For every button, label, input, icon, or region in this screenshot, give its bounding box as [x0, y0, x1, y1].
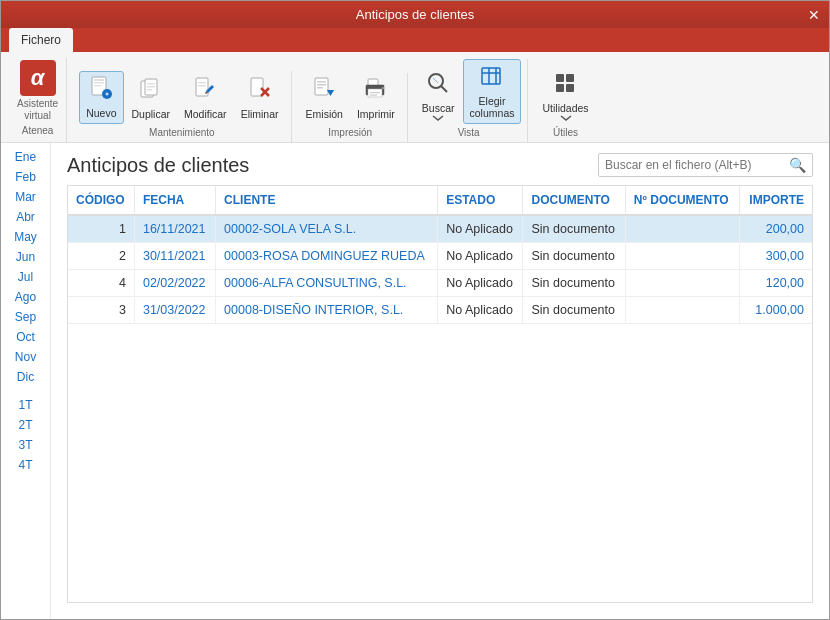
utiles-buttons: Utilidades — [536, 67, 594, 124]
modificar-label: Modificar — [184, 108, 227, 121]
page-title: Anticipos de clientes — [67, 154, 249, 177]
modificar-icon — [192, 76, 218, 106]
sidebar-divider — [1, 387, 50, 395]
cell-codigo: 2 — [68, 243, 134, 270]
col-header-importe[interactable]: IMPORTE — [739, 186, 812, 215]
cell-codigo: 4 — [68, 270, 134, 297]
table-container: CÓDIGO FECHA CLIENTE ESTADO DOCUMENTO Nº… — [67, 185, 813, 603]
impresion-buttons: Emisión Imprimir — [300, 73, 401, 124]
utiles-label: Útiles — [553, 127, 578, 138]
cell-estado: No Aplicado — [438, 270, 523, 297]
sidebar-item-may[interactable]: May — [1, 227, 50, 247]
cell-documento: Sin documento — [523, 243, 625, 270]
sidebar-item-nov[interactable]: Nov — [1, 347, 50, 367]
emision-icon — [311, 76, 337, 106]
col-header-documento[interactable]: DOCUMENTO — [523, 186, 625, 215]
table-row[interactable]: 1 16/11/2021 00002-SOLA VELA S.L. No Apl… — [68, 215, 812, 243]
sidebar-item-abr[interactable]: Abr — [1, 207, 50, 227]
mantenimiento-group: Nuevo Duplicar — [73, 71, 291, 142]
table-header-row: CÓDIGO FECHA CLIENTE ESTADO DOCUMENTO Nº… — [68, 186, 812, 215]
cell-estado: No Aplicado — [438, 215, 523, 243]
col-header-fecha[interactable]: FECHA — [134, 186, 215, 215]
svg-rect-36 — [556, 84, 564, 92]
sidebar-item-jul[interactable]: Jul — [1, 267, 50, 287]
svg-rect-10 — [147, 86, 155, 88]
sidebar-item-mar[interactable]: Mar — [1, 187, 50, 207]
sidebar-item-ene[interactable]: Ene — [1, 147, 50, 167]
utilidades-button[interactable]: Utilidades — [536, 67, 594, 124]
svg-line-29 — [441, 86, 447, 92]
svg-rect-27 — [370, 95, 377, 96]
search-icon[interactable]: 🔍 — [789, 157, 806, 173]
buscar-icon — [425, 70, 451, 100]
cell-documento: Sin documento — [523, 215, 625, 243]
modificar-button[interactable]: Modificar — [178, 73, 233, 124]
imprimir-button[interactable]: Imprimir — [351, 73, 401, 124]
emision-button[interactable]: Emisión — [300, 73, 349, 124]
sidebar-item-1t[interactable]: 1T — [1, 395, 50, 415]
cell-nro-documento — [625, 215, 739, 243]
col-header-nro-documento[interactable]: Nº DOCUMENTO — [625, 186, 739, 215]
cell-importe: 200,00 — [739, 215, 812, 243]
col-header-codigo[interactable]: CÓDIGO — [68, 186, 134, 215]
eliminar-label: Eliminar — [241, 108, 279, 121]
atenea-group: α Asistentevirtual Atenea — [9, 58, 67, 142]
cell-nro-documento — [625, 297, 739, 324]
cell-documento: Sin documento — [523, 270, 625, 297]
ribbon: α Asistentevirtual Atenea — [1, 52, 829, 143]
svg-rect-19 — [317, 81, 326, 83]
search-input[interactable] — [605, 158, 785, 172]
impresion-label: Impresión — [328, 127, 372, 138]
utiles-group: Utilidades Útiles — [530, 67, 600, 142]
main-window: Anticipos de clientes ✕ Fichero α Asiste… — [0, 0, 830, 620]
cell-importe: 120,00 — [739, 270, 812, 297]
svg-rect-11 — [147, 89, 152, 91]
svg-rect-34 — [556, 74, 564, 82]
utilidades-label: Utilidades — [542, 102, 588, 115]
close-button[interactable]: ✕ — [799, 1, 829, 28]
eliminar-button[interactable]: Eliminar — [235, 73, 285, 124]
tab-fichero[interactable]: Fichero — [9, 28, 73, 52]
ribbon-tabs: Fichero — [1, 28, 829, 52]
sidebar-item-oct[interactable]: Oct — [1, 327, 50, 347]
duplicar-label: Duplicar — [132, 108, 171, 121]
atenea-icon[interactable]: α — [20, 60, 56, 96]
sidebar-item-ago[interactable]: Ago — [1, 287, 50, 307]
sidebar-item-4t[interactable]: 4T — [1, 455, 50, 475]
cell-cliente: 00008-DISEÑO INTERIOR, S.L. — [216, 297, 438, 324]
duplicar-button[interactable]: Duplicar — [126, 73, 177, 124]
mantenimiento-label: Mantenimiento — [149, 127, 215, 138]
sidebar-item-dic[interactable]: Dic — [1, 367, 50, 387]
col-header-cliente[interactable]: CLIENTE — [216, 186, 438, 215]
elegir-columnas-button[interactable]: Elegircolumnas — [463, 59, 522, 124]
sidebar-item-jun[interactable]: Jun — [1, 247, 50, 267]
window-title: Anticipos de clientes — [356, 7, 475, 22]
table-row[interactable]: 2 30/11/2021 00003-ROSA DOMINGUEZ RUEDA … — [68, 243, 812, 270]
col-header-estado[interactable]: ESTADO — [438, 186, 523, 215]
svg-rect-26 — [370, 92, 380, 93]
nuevo-button[interactable]: Nuevo — [79, 71, 123, 124]
cell-importe: 300,00 — [739, 243, 812, 270]
table-body: 1 16/11/2021 00002-SOLA VELA S.L. No Apl… — [68, 215, 812, 324]
svg-rect-3 — [94, 85, 101, 87]
vista-buttons: Buscar Elegircolumnas — [416, 59, 522, 124]
table-row[interactable]: 3 31/03/2022 00008-DISEÑO INTERIOR, S.L.… — [68, 297, 812, 324]
data-table: CÓDIGO FECHA CLIENTE ESTADO DOCUMENTO Nº… — [68, 186, 812, 324]
cell-nro-documento — [625, 243, 739, 270]
sidebar-item-feb[interactable]: Feb — [1, 167, 50, 187]
cell-cliente: 00002-SOLA VELA S.L. — [216, 215, 438, 243]
sidebar-item-sep[interactable]: Sep — [1, 307, 50, 327]
svg-rect-37 — [566, 84, 574, 92]
table-row[interactable]: 4 02/02/2022 00006-ALFA CONSULTING, S.L.… — [68, 270, 812, 297]
main-area: Ene Feb Mar Abr May Jun Jul Ago Sep Oct … — [1, 143, 829, 619]
cell-codigo: 1 — [68, 215, 134, 243]
sidebar-item-2t[interactable]: 2T — [1, 415, 50, 435]
content: Anticipos de clientes 🔍 CÓDIGO FECHA CLI… — [51, 143, 829, 619]
vista-group: Buscar Elegircolumnas — [410, 59, 529, 142]
eliminar-icon — [247, 76, 273, 106]
emision-label: Emisión — [306, 108, 343, 121]
duplicar-icon — [138, 76, 164, 106]
cell-importe: 1.000,00 — [739, 297, 812, 324]
sidebar-item-3t[interactable]: 3T — [1, 435, 50, 455]
buscar-button[interactable]: Buscar — [416, 67, 461, 124]
